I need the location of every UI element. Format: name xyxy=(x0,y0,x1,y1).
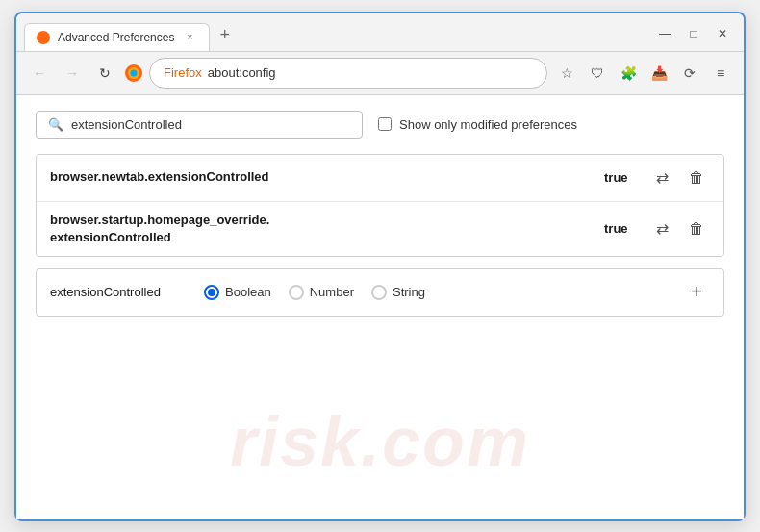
active-tab: Advanced Preferences × xyxy=(24,23,210,51)
page-content: risk.com 🔍 Show only modified preference… xyxy=(16,95,744,519)
radio-label-number: Number xyxy=(310,285,354,299)
nav-icons: ☆ 🛡 🧩 📥 ⟳ ≡ xyxy=(553,60,734,87)
pref-name-2: browser.startup.homepage_override. exten… xyxy=(50,212,604,246)
bookmark-button[interactable]: ☆ xyxy=(553,60,580,87)
radio-circle-boolean xyxy=(204,285,219,300)
watermark: risk.com xyxy=(230,402,530,481)
preferences-table: browser.newtab.extensionControlled true … xyxy=(36,154,724,257)
tab-title: Advanced Preferences xyxy=(58,31,174,44)
arrows-icon-2: ⇄ xyxy=(656,219,669,238)
address-url: about:config xyxy=(208,65,276,80)
firefox-brand-label: Firefox xyxy=(164,65,202,80)
radio-string[interactable]: String xyxy=(371,285,425,300)
pref-name-1: browser.newtab.extensionControlled xyxy=(50,168,604,186)
radio-number[interactable]: Number xyxy=(289,285,354,300)
new-pref-name: extensionControlled xyxy=(50,285,185,299)
browser-window: Advanced Preferences × + — □ ✕ ← → ↻ Fir… xyxy=(14,12,746,521)
address-bar-content: Firefox about:config xyxy=(164,65,276,80)
delete-button-2[interactable]: 🗑 xyxy=(683,215,710,242)
svg-point-2 xyxy=(131,69,138,76)
shield-button[interactable]: 🛡 xyxy=(584,60,611,87)
close-button[interactable]: ✕ xyxy=(709,22,736,45)
pref-actions-2: ⇄ 🗑 xyxy=(648,215,710,242)
search-row: 🔍 Show only modified preferences xyxy=(36,111,724,139)
arrows-icon-1: ⇄ xyxy=(656,168,669,187)
title-bar: Advanced Preferences × + — □ ✕ xyxy=(16,13,744,52)
toggle-button-1[interactable]: ⇄ xyxy=(648,165,675,191)
toggle-button-2[interactable]: ⇄ xyxy=(648,215,675,242)
radio-boolean[interactable]: Boolean xyxy=(204,285,271,300)
pref-value-2: true xyxy=(604,221,633,236)
download-button[interactable]: 📥 xyxy=(646,60,672,87)
window-controls: — □ ✕ xyxy=(651,22,736,51)
add-preference-button[interactable]: + xyxy=(683,279,710,306)
radio-circle-number xyxy=(289,285,304,300)
tab-close-button[interactable]: × xyxy=(182,30,197,45)
radio-label-string: String xyxy=(393,285,425,299)
delete-button-1[interactable]: 🗑 xyxy=(683,165,710,191)
maximize-button[interactable]: □ xyxy=(680,22,707,45)
tab-favicon xyxy=(37,31,50,44)
radio-circle-string xyxy=(371,285,387,300)
menu-button[interactable]: ≡ xyxy=(707,60,734,87)
table-row: browser.startup.homepage_override. exten… xyxy=(37,202,723,256)
trash-icon-1: 🗑 xyxy=(689,169,704,187)
firefox-logo-icon xyxy=(124,63,143,83)
search-box: 🔍 xyxy=(36,111,363,139)
nav-bar: ← → ↻ Firefox about:config ☆ 🛡 🧩 📥 ⟳ ≡ xyxy=(16,52,744,95)
type-radio-group: Boolean Number String xyxy=(204,285,683,300)
extension-button[interactable]: 🧩 xyxy=(615,60,642,87)
show-modified-checkbox[interactable] xyxy=(378,117,392,131)
sync-button[interactable]: ⟳ xyxy=(676,60,703,87)
search-input[interactable] xyxy=(71,117,350,132)
table-row: browser.newtab.extensionControlled true … xyxy=(37,155,723,202)
address-bar[interactable]: Firefox about:config xyxy=(149,58,547,89)
forward-button[interactable]: → xyxy=(59,60,86,87)
show-modified-label[interactable]: Show only modified preferences xyxy=(378,117,577,132)
pref-actions-1: ⇄ 🗑 xyxy=(648,165,710,191)
reload-button[interactable]: ↻ xyxy=(91,60,118,87)
new-tab-button[interactable]: + xyxy=(210,19,240,51)
trash-icon-2: 🗑 xyxy=(689,220,704,238)
minimize-button[interactable]: — xyxy=(651,22,678,45)
back-button[interactable]: ← xyxy=(26,60,53,87)
pref-value-1: true xyxy=(604,170,633,185)
radio-label-boolean: Boolean xyxy=(225,285,271,299)
search-icon: 🔍 xyxy=(48,117,63,132)
new-preference-row: extensionControlled Boolean Number Strin… xyxy=(36,268,724,317)
